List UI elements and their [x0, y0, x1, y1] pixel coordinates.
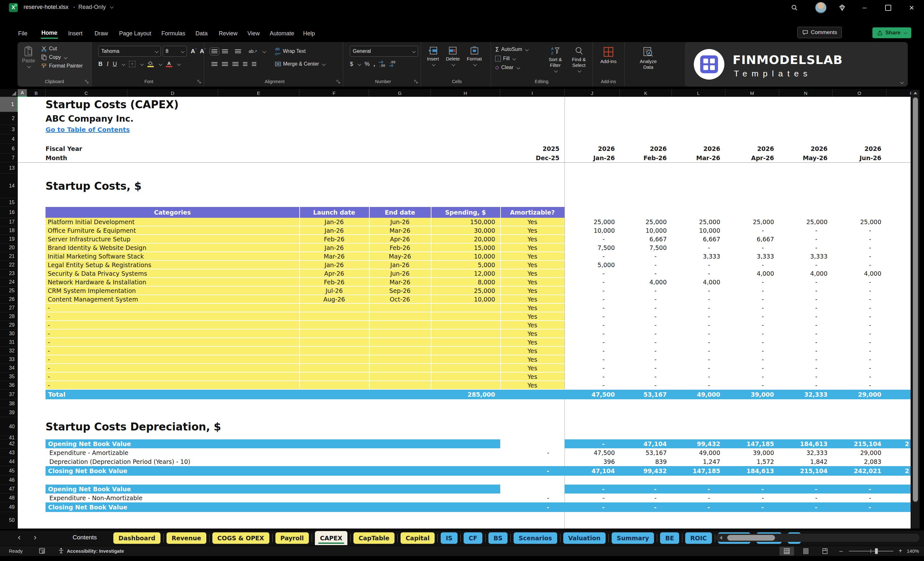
value-cell-L[interactable]: 4,000: [672, 278, 720, 286]
column-header-L[interactable]: L: [672, 89, 725, 97]
delete-cells-button[interactable]: Delete: [446, 46, 460, 66]
row-header-32[interactable]: 32: [0, 347, 18, 356]
value-cell-M[interactable]: -: [725, 494, 764, 502]
value-cell-J[interactable]: -: [564, 235, 604, 243]
row-header-44[interactable]: 44: [0, 457, 18, 466]
value-cell-O[interactable]: 29,000: [832, 390, 881, 399]
dep-label-cell[interactable]: Closing Net Book Value: [48, 502, 334, 512]
value-cell-L[interactable]: -: [672, 286, 710, 294]
value-cell-M[interactable]: -: [725, 372, 764, 381]
column-header-M[interactable]: M: [725, 89, 779, 97]
value-cell-L[interactable]: -: [672, 356, 710, 363]
value-cell-O[interactable]: -: [832, 321, 871, 329]
value-cell-L[interactable]: -: [672, 304, 710, 312]
end-date-cell[interactable]: Mar-26: [369, 278, 431, 286]
clipped-next-column-value[interactable]: 2: [905, 466, 910, 476]
value-cell-J[interactable]: -: [564, 347, 604, 355]
sheet-tab-dashboard[interactable]: Dashboard: [113, 532, 160, 544]
value-cell-K[interactable]: 53,167: [620, 448, 667, 457]
row-header-15[interactable]: 15: [0, 198, 18, 207]
row-header-33[interactable]: 33: [0, 356, 18, 364]
value-cell-N[interactable]: -: [779, 312, 818, 320]
value-cell-J[interactable]: -: [564, 312, 604, 320]
row-header-50[interactable]: 50: [0, 512, 18, 528]
row-header-45[interactable]: 45: [0, 466, 18, 476]
value-cell-J[interactable]: -: [564, 440, 604, 448]
value-cell-L[interactable]: Mar-26: [672, 153, 720, 162]
decrease-indent-icon[interactable]: [243, 62, 248, 66]
row-header-6[interactable]: 6: [0, 144, 18, 153]
value-cell-O[interactable]: 4,000: [832, 269, 881, 278]
value-cell-M[interactable]: -: [725, 321, 764, 329]
value-cell-M[interactable]: 147,185: [725, 440, 774, 448]
row-header-13[interactable]: 13: [0, 162, 18, 174]
percent-style-button[interactable]: %: [364, 61, 370, 68]
row-header-14[interactable]: 14: [0, 174, 18, 198]
category-cell[interactable]: -: [48, 338, 111, 346]
value-cell-K[interactable]: -: [620, 261, 657, 269]
orientation-button[interactable]: ab↗: [249, 49, 257, 54]
sheet-tab-revenue[interactable]: Revenue: [166, 532, 206, 544]
menu-tab-insert[interactable]: Insert: [68, 28, 83, 39]
amortizable-cell[interactable]: Yes: [500, 364, 564, 372]
value-cell-N[interactable]: 25,000: [779, 218, 828, 226]
value-cell-J[interactable]: -: [564, 304, 604, 312]
value-cell-N[interactable]: -: [779, 484, 818, 494]
value-cell-K[interactable]: 53,167: [620, 390, 667, 399]
value-cell-J[interactable]: 25,000: [564, 218, 615, 226]
value-cell-N[interactable]: -: [779, 494, 818, 502]
value-cell-J[interactable]: -: [564, 372, 604, 381]
amortizable-cell[interactable]: Yes: [500, 295, 564, 303]
value-cell-M[interactable]: 4,000: [725, 269, 774, 278]
accessibility-icon[interactable]: [58, 548, 64, 554]
value-cell-J[interactable]: -: [564, 330, 604, 338]
number-dialog-launcher-icon[interactable]: [414, 80, 418, 84]
category-cell[interactable]: -: [48, 321, 111, 329]
value-cell-M[interactable]: 39,000: [725, 390, 774, 399]
category-cell[interactable]: Security & Data Privacy Systems: [48, 269, 299, 278]
value-cell-M[interactable]: 39,000: [725, 448, 774, 457]
value-cell-L[interactable]: 25,000: [672, 218, 720, 226]
column-header-G[interactable]: G: [369, 89, 431, 97]
menu-tab-help[interactable]: Help: [303, 28, 315, 39]
value-cell-L[interactable]: 147,185: [672, 466, 720, 476]
company-cell[interactable]: ABC Company Inc.: [45, 112, 332, 125]
row-header-47[interactable]: 47: [0, 484, 18, 494]
value-cell-I[interactable]: -: [500, 448, 549, 457]
value-cell-M[interactable]: -: [725, 261, 764, 269]
font-family-select[interactable]: Tahoma: [98, 46, 161, 57]
value-cell-K[interactable]: -: [620, 502, 657, 512]
value-cell-O[interactable]: 2,083: [832, 457, 881, 466]
amortizable-cell[interactable]: Yes: [500, 278, 564, 286]
category-cell[interactable]: -: [48, 381, 111, 389]
value-cell-O[interactable]: Jun-26: [832, 153, 881, 162]
column-header-B[interactable]: B: [27, 89, 45, 97]
sheet-tab-cogs-opex[interactable]: COGS & OPEX: [212, 532, 269, 544]
value-cell-K[interactable]: -: [620, 295, 657, 303]
value-cell-N[interactable]: 3,333: [779, 252, 828, 260]
category-cell[interactable]: Legal Entity Setup & Registrations: [48, 261, 299, 269]
value-cell-N[interactable]: -: [779, 244, 818, 252]
row-header-4[interactable]: 4: [0, 134, 18, 144]
amortizable-cell[interactable]: Yes: [500, 252, 564, 260]
menu-tab-view[interactable]: View: [247, 28, 261, 39]
align-middle-icon[interactable]: [222, 50, 228, 54]
value-cell-M[interactable]: -: [725, 286, 764, 294]
value-cell-N[interactable]: -: [779, 261, 818, 269]
analyze-data-button[interactable]: Analyze Data: [636, 46, 661, 70]
value-cell-L[interactable]: -: [672, 330, 710, 338]
value-cell-J[interactable]: 47,500: [564, 390, 615, 399]
value-cell-N[interactable]: 1,842: [779, 457, 828, 466]
value-cell-M[interactable]: 6,667: [725, 235, 774, 243]
value-cell-L[interactable]: 49,000: [672, 448, 720, 457]
category-cell[interactable]: Content Management System: [48, 295, 299, 303]
spending-cell[interactable]: 5,000: [431, 261, 495, 269]
row-header-25[interactable]: 25: [0, 286, 18, 295]
sheet-nav-back-icon[interactable]: ‹: [18, 532, 21, 542]
value-cell-M[interactable]: Apr-26: [725, 153, 774, 162]
value-cell-O[interactable]: -: [832, 252, 871, 260]
value-cell-L[interactable]: -: [672, 484, 710, 494]
addins-button[interactable]: Add-ins: [597, 46, 620, 64]
end-date-cell[interactable]: Feb-26: [369, 244, 431, 252]
value-cell-N[interactable]: -: [779, 356, 818, 363]
